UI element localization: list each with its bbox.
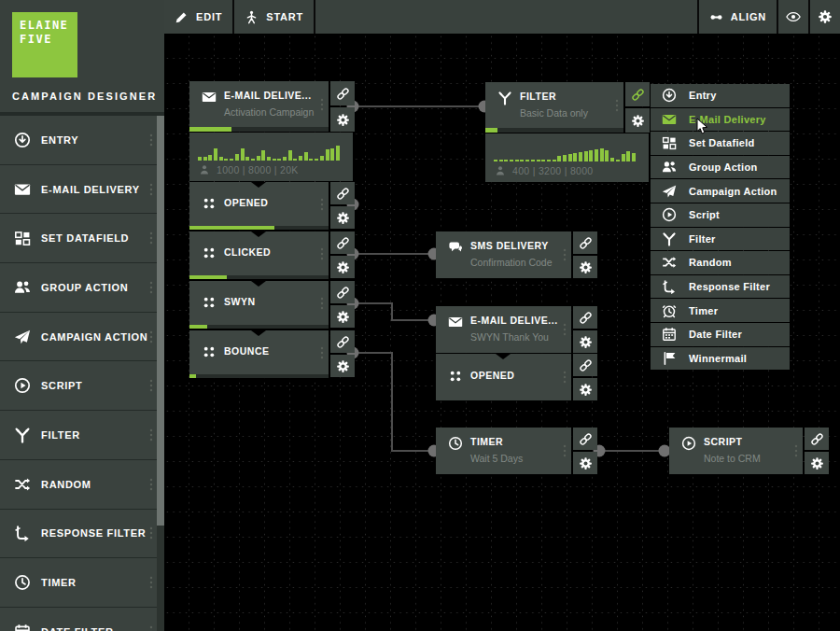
grip-dots-icon[interactable]: [320, 247, 324, 260]
grip-dots-icon[interactable]: [320, 297, 324, 310]
grip-dots-icon[interactable]: [563, 248, 567, 261]
clock-icon: [448, 436, 463, 451]
sidebar-item-timer[interactable]: TIMER: [0, 558, 157, 607]
filter-icon: [14, 427, 31, 443]
entry-icon: [662, 88, 677, 103]
sidebar-scrollbar[interactable]: [157, 116, 164, 631]
link-button[interactable]: [573, 231, 597, 254]
node-title: TIMER: [470, 436, 503, 447]
node-settings-button[interactable]: [625, 108, 650, 133]
scrollbar-thumb[interactable]: [157, 116, 164, 526]
datafield-icon: [14, 230, 31, 246]
sidebar-item-date-filter[interactable]: DATE FILTER: [0, 608, 157, 631]
node-script[interactable]: SCRIPT Note to CRM: [669, 428, 829, 474]
sidebar-item-campaign-action[interactable]: CAMPAIGN ACTION: [0, 313, 157, 361]
node-settings-button[interactable]: [330, 355, 355, 377]
link-button[interactable]: [330, 81, 355, 105]
grip-dots-icon[interactable]: [615, 99, 619, 112]
link-button[interactable]: [573, 306, 597, 329]
menu-item-filter[interactable]: Filter: [651, 228, 790, 251]
menu-item-label: Campaign Action: [689, 186, 777, 197]
menu-item-timer[interactable]: Timer: [651, 299, 790, 322]
link-button[interactable]: [330, 182, 355, 204]
align-button[interactable]: ALIGN: [697, 0, 777, 34]
sidebar-item-set-datafield[interactable]: SET DATAFIELD: [0, 214, 157, 262]
sidebar-item-random[interactable]: RANDOM: [0, 460, 157, 509]
link-button[interactable]: [330, 330, 355, 353]
node-sms-delivery[interactable]: SMS DELIVERY Confirmation Code: [436, 231, 597, 278]
node-settings-button[interactable]: [573, 378, 597, 400]
gear-icon: [579, 383, 593, 397]
link-button-active[interactable]: [625, 82, 650, 106]
menu-item-label: Script: [689, 209, 720, 220]
node-opened[interactable]: OPENED: [189, 182, 353, 230]
sidebar-item-script[interactable]: SCRIPT: [0, 361, 157, 410]
node-settings-button[interactable]: [330, 206, 355, 229]
link-button[interactable]: [573, 354, 597, 376]
node-clicked[interactable]: CLICKED: [189, 231, 353, 279]
sidebar-item-label: GROUP ACTION: [41, 282, 128, 293]
settings-button[interactable]: [808, 0, 840, 34]
node-settings-button[interactable]: [573, 452, 597, 474]
menu-item-entry[interactable]: Entry: [651, 84, 790, 107]
campaign-icon: [662, 184, 677, 199]
node-settings-button[interactable]: [330, 256, 355, 278]
sidebar-item-filter[interactable]: FILTER: [0, 411, 157, 459]
start-button[interactable]: START: [234, 0, 315, 34]
link-button[interactable]: [573, 428, 597, 450]
sidebar-item-label: FILTER: [41, 429, 80, 441]
sidebar-item-response-filter[interactable]: RESPONSE FILTER: [0, 510, 157, 558]
grip-dots-icon[interactable]: [563, 444, 567, 457]
menu-item-response-filter[interactable]: Response Filter: [651, 275, 790, 299]
menu-item-group-action[interactable]: Group Action: [651, 156, 790, 179]
link-button[interactable]: [805, 428, 829, 450]
design-canvas[interactable]: E-MAIL DELIVE... Activation Campaign 100…: [164, 34, 840, 631]
node-settings-button[interactable]: [573, 330, 597, 353]
node-opened-swyn[interactable]: OPENED: [436, 354, 597, 400]
grip-dots-icon[interactable]: [320, 98, 324, 111]
view-button[interactable]: [777, 0, 808, 34]
node-settings-button[interactable]: [330, 107, 355, 132]
sidebar-item-label: E-MAIL DELIVERY: [41, 184, 140, 195]
sidebar-item-e-mail-delivery[interactable]: E-MAIL DELIVERY: [0, 165, 157, 214]
gear-icon: [336, 359, 350, 373]
link-icon: [631, 88, 645, 102]
node-title: E-MAIL DELIVE...: [470, 315, 558, 326]
node-filter[interactable]: FILTER Basic Data only 400 | 3200 | 8000: [485, 82, 649, 182]
node-swyn[interactable]: SWYN: [189, 281, 353, 329]
node-settings-button[interactable]: [330, 305, 355, 328]
gear-icon: [818, 9, 833, 24]
link-button[interactable]: [330, 281, 355, 303]
menu-item-set-datafield[interactable]: Set Datafield: [651, 132, 790, 155]
edit-button[interactable]: EDIT: [164, 0, 234, 34]
node-email-activation[interactable]: E-MAIL DELIVE... Activation Campaign 100…: [189, 81, 353, 181]
sidebar-item-entry[interactable]: ENTRY: [0, 116, 157, 164]
node-settings-button[interactable]: [805, 452, 829, 474]
menu-item-date-filter[interactable]: Date Filter: [651, 323, 790, 346]
node-timer[interactable]: TIMER Wait 5 Days: [436, 428, 597, 474]
progress-bar: [189, 226, 274, 230]
grip-dots-icon[interactable]: [794, 444, 798, 457]
link-button[interactable]: [330, 231, 355, 254]
node-email-swyn[interactable]: E-MAIL DELIVE... SWYN Thank You: [436, 306, 597, 353]
menu-item-script[interactable]: Script: [651, 203, 790, 227]
datafield-icon: [662, 135, 677, 150]
align-label: ALIGN: [731, 11, 766, 22]
person-icon: [245, 10, 259, 24]
grip-dots-icon[interactable]: [563, 371, 567, 384]
grip-dots-icon[interactable]: [320, 198, 324, 211]
grip-dots-icon[interactable]: [320, 346, 324, 359]
menu-item-e-mail-delivery[interactable]: E-Mail Delivery: [651, 108, 790, 132]
grip-dots-icon: [149, 379, 153, 392]
node-settings-button[interactable]: [573, 256, 597, 278]
campaign-designer-app: ELAINE FIVE CAMPAIGN DESIGNER ENTRYE-MAI…: [0, 0, 840, 631]
node-title: FILTER: [520, 91, 556, 102]
menu-item-random[interactable]: Random: [651, 251, 790, 274]
node-bounce[interactable]: BOUNCE: [189, 330, 353, 378]
topbar: EDIT START ALIGN: [164, 0, 840, 34]
menu-item-winnermail[interactable]: Winnermail: [651, 347, 790, 371]
progress-bar: [189, 374, 196, 378]
grip-dots-icon[interactable]: [563, 323, 567, 336]
menu-item-campaign-action[interactable]: Campaign Action: [651, 179, 790, 203]
sidebar-item-group-action[interactable]: GROUP ACTION: [0, 263, 157, 312]
